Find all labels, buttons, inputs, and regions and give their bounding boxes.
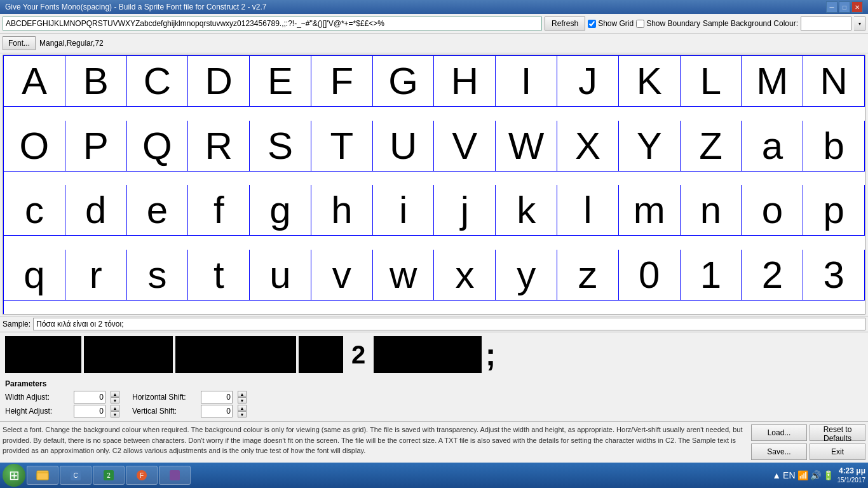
char-cell-k: k bbox=[496, 185, 557, 236]
show-boundary-text: Show Boundary bbox=[646, 19, 700, 28]
char-cell-C: C bbox=[127, 56, 189, 107]
app1-icon: C bbox=[69, 468, 83, 482]
toolbar-row1: Refresh Show Grid Show Boundary Sample B… bbox=[0, 14, 868, 34]
char-cell-K: K bbox=[619, 56, 681, 107]
char-cell-u: u bbox=[250, 250, 311, 301]
load-button[interactable]: Load... bbox=[751, 424, 807, 441]
char-cell-N: N bbox=[803, 56, 865, 107]
height-adjust-down[interactable]: ▼ bbox=[111, 411, 119, 417]
char-cell-P: P bbox=[65, 121, 127, 172]
vertical-shift-row: Vertical Shift: ▲ ▼ bbox=[132, 405, 247, 417]
char-cell-e: e bbox=[127, 185, 189, 236]
vertical-shift-up[interactable]: ▲ bbox=[238, 405, 247, 411]
reset-button[interactable]: Reset to Defaults bbox=[810, 424, 865, 441]
font-button[interactable]: Font... bbox=[3, 36, 36, 50]
svg-text:F: F bbox=[140, 472, 144, 479]
main-content: Refresh Show Grid Show Boundary Sample B… bbox=[0, 14, 868, 463]
font-info-label: Mangal,Regular,72 bbox=[39, 39, 104, 48]
character-grid: ABCDEFGHIJKLMNOPQRSTUVWXYZabcdefghijklmn… bbox=[3, 55, 865, 314]
sample-block-2 bbox=[84, 336, 173, 373]
app4-icon bbox=[168, 468, 182, 482]
bg-colour-input[interactable] bbox=[801, 17, 851, 30]
char-cell-v: v bbox=[311, 250, 373, 301]
exit-button[interactable]: Exit bbox=[810, 444, 865, 460]
horizontal-shift-input[interactable] bbox=[201, 391, 233, 403]
taskbar-clock[interactable]: 4:23 μμ 15/1/2017 bbox=[837, 466, 866, 485]
svg-rect-1 bbox=[37, 473, 48, 480]
title-bar: Give Your Fonts Mono(spacing) - Build a … bbox=[0, 0, 868, 14]
horizontal-shift-spinner[interactable]: ▲ ▼ bbox=[238, 391, 247, 403]
char-cell-T: T bbox=[311, 121, 373, 172]
char-cell-Y: Y bbox=[619, 121, 681, 172]
width-adjust-spinner[interactable]: ▲ ▼ bbox=[111, 391, 119, 403]
parameters-title: Parameters bbox=[5, 379, 863, 388]
width-adjust-up[interactable]: ▲ bbox=[111, 391, 119, 397]
explorer-icon bbox=[36, 468, 50, 482]
char-cell-Q: Q bbox=[127, 121, 189, 172]
char-cell-h: h bbox=[311, 185, 373, 236]
font-preview-area: ABCDEFGHIJKLMNOPQRSTUVWXYZabcdefghijklmn… bbox=[3, 55, 865, 315]
show-boundary-label[interactable]: Show Boundary bbox=[636, 19, 700, 28]
bg-colour-label: Sample Background Colour: bbox=[703, 19, 798, 28]
refresh-button[interactable]: Refresh bbox=[545, 17, 585, 30]
close-button[interactable]: ✕ bbox=[851, 1, 863, 13]
height-adjust-input[interactable] bbox=[74, 405, 105, 417]
char-cell-x: x bbox=[434, 250, 496, 301]
width-adjust-row: Width Adjust: ▲ ▼ bbox=[5, 391, 119, 403]
vertical-shift-label: Vertical Shift: bbox=[132, 407, 196, 416]
taskbar-item-app1[interactable]: C bbox=[60, 466, 92, 485]
char-cell-w: w bbox=[373, 250, 435, 301]
char-cell-0: 0 bbox=[619, 250, 681, 301]
taskbar-item-app2[interactable]: 2 bbox=[93, 466, 125, 485]
toolbar-row2: Font... Mangal,Regular,72 bbox=[0, 34, 868, 53]
char-cell-A: A bbox=[4, 56, 65, 107]
height-adjust-spinner[interactable]: ▲ ▼ bbox=[111, 405, 119, 417]
char-cell-O: O bbox=[4, 121, 65, 172]
char-cell-E: E bbox=[250, 56, 311, 107]
save-button[interactable]: Save... bbox=[751, 444, 807, 460]
character-input[interactable] bbox=[3, 17, 542, 30]
height-adjust-row: Height Adjust: ▲ ▼ bbox=[5, 405, 119, 417]
network-icon: 📶 bbox=[797, 470, 808, 480]
sample-bar: Sample: bbox=[0, 316, 868, 332]
width-adjust-input[interactable] bbox=[74, 391, 105, 403]
maximize-button[interactable]: □ bbox=[839, 1, 850, 13]
char-cell-c: c bbox=[4, 185, 65, 236]
char-cell-1: 1 bbox=[681, 250, 742, 301]
vertical-shift-input[interactable] bbox=[201, 405, 233, 417]
app3-icon: F bbox=[135, 468, 149, 482]
char-cell-W: W bbox=[496, 121, 557, 172]
bg-colour-dropdown-arrow[interactable]: ▾ bbox=[854, 17, 865, 30]
height-adjust-up[interactable]: ▲ bbox=[111, 405, 119, 411]
battery-icon: 🔋 bbox=[823, 470, 834, 480]
vertical-shift-spinner[interactable]: ▲ ▼ bbox=[238, 405, 247, 417]
window-controls: ─ □ ✕ bbox=[826, 1, 863, 13]
sample-block-1 bbox=[5, 336, 81, 373]
taskbar-item-app4[interactable] bbox=[159, 466, 191, 485]
horizontal-shift-down[interactable]: ▼ bbox=[238, 397, 247, 403]
taskbar-item-app3[interactable]: F bbox=[126, 466, 158, 485]
char-cell-i: i bbox=[373, 185, 435, 236]
button-row-1: Load... Reset to Defaults bbox=[751, 424, 865, 441]
start-button[interactable]: ⊞ bbox=[3, 464, 25, 487]
svg-rect-8 bbox=[170, 470, 180, 480]
show-grid-checkbox[interactable] bbox=[588, 20, 596, 28]
minimize-button[interactable]: ─ bbox=[826, 1, 837, 13]
bottom-buttons: Load... Reset to Defaults Save... Exit bbox=[751, 424, 865, 460]
char-cell-L: L bbox=[681, 56, 742, 107]
width-adjust-down[interactable]: ▼ bbox=[111, 397, 119, 403]
char-cell-H: H bbox=[434, 56, 496, 107]
char-cell-n: n bbox=[681, 185, 742, 236]
horizontal-shift-up[interactable]: ▲ bbox=[238, 391, 247, 397]
sample-label: Sample: bbox=[3, 320, 31, 329]
char-cell-r: r bbox=[65, 250, 127, 301]
sample-text-input[interactable] bbox=[33, 318, 865, 330]
show-boundary-checkbox[interactable] bbox=[636, 20, 644, 28]
tray-up-arrow[interactable]: ▲ bbox=[772, 470, 781, 480]
width-adjust-label: Width Adjust: bbox=[5, 393, 69, 402]
svg-text:2: 2 bbox=[107, 472, 111, 479]
char-cell-t: t bbox=[188, 250, 250, 301]
vertical-shift-down[interactable]: ▼ bbox=[238, 411, 247, 417]
taskbar-item-explorer[interactable] bbox=[27, 466, 58, 485]
show-grid-label[interactable]: Show Grid bbox=[588, 19, 634, 28]
